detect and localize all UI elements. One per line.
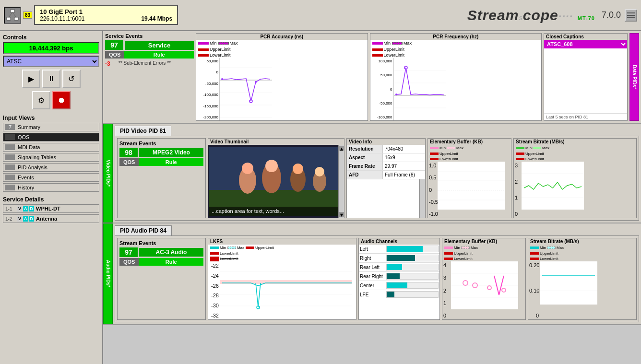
channel-lfe: LFE [359, 290, 439, 299]
cc-note: Last 5 secs on PID 81 [544, 113, 627, 120]
video-info-afd-row: AFD Full Frame (8) [347, 171, 425, 179]
sidebar-item-mdi[interactable]: MDI Data [3, 143, 99, 152]
port-speed: 19.44 Mbps [141, 15, 172, 22]
audio-pids-tab[interactable]: Audio PIDs* [103, 223, 113, 324]
hamburger-icon [627, 12, 635, 18]
audio-bitrate-svg [540, 261, 597, 305]
service-details-title: Service Details [3, 196, 99, 203]
svg-rect-47 [220, 280, 352, 284]
svg-text:...caption area for text, word: ...caption area for text, words... [212, 208, 284, 214]
top-section: Service Events 97 Service QOS Rule -3 **… [103, 31, 641, 124]
network-icon [6, 9, 19, 22]
svg-line-4 [12, 12, 16, 17]
channel-rear-left: Rear Left [359, 263, 439, 272]
video-thumbnail-panel: Video Thumbnail [208, 138, 344, 218]
pcr-accuracy-svg [219, 58, 272, 120]
input-views-title: Input Views [3, 115, 99, 121]
pcr-acc-min-label: Min [210, 41, 217, 46]
channel-left: Left [359, 245, 439, 254]
channel-rear-right: Rear Right [359, 272, 439, 281]
video-buffer-svg [438, 162, 505, 210]
sidebar-item-signaling[interactable]: Signaling Tables [3, 153, 99, 162]
service-detail-antenna[interactable]: 1-2 V A D Antenna [3, 214, 99, 223]
audio-bitrate-panel: Stream Bitrate (MB/s) Min Max [528, 238, 637, 320]
closed-captions-title: Closed Captions [544, 34, 627, 40]
reset-button[interactable]: ↺ [62, 70, 81, 88]
service-events-panel: Service Events 97 Service QOS Rule -3 **… [105, 33, 194, 121]
pcr-acc-max-color [218, 42, 229, 45]
pcr-freq-min-color [372, 42, 383, 45]
service-events-title: Service Events [105, 33, 194, 39]
svg-point-16 [255, 81, 257, 83]
pcr-acc-max-label: Max [230, 41, 238, 46]
cc-select[interactable]: ATSC_608 [544, 40, 627, 48]
svg-point-29 [265, 160, 278, 172]
video-info-panel: Video Info Resolution 704x480 Aspect 16x… [346, 138, 426, 218]
svg-point-15 [221, 78, 223, 80]
pcr-acc-lower-color [198, 54, 209, 57]
video-info-title: Video Info [347, 139, 425, 145]
pcr-freq-upper-color [372, 48, 383, 51]
pcr-freq-lower-color [372, 54, 383, 57]
channel-right: Right [359, 254, 439, 263]
lkfs-title: LKFS [208, 238, 356, 245]
video-bitrate-title: Stream Bitrate (MB/s) [514, 139, 636, 145]
header: 83 10 GigE Port 1 226.10.11.1:6001 19.44… [0, 0, 641, 31]
record-button[interactable]: ⏺ [52, 91, 71, 109]
lkfs-panel: LKFS Min Max [208, 238, 356, 320]
pcr-frequency-panel: PCR Frequency (hz) Min Max UpperLimit [370, 33, 542, 121]
sidebar-item-history[interactable]: History [3, 183, 99, 192]
pcr-acc-lower-label: LowerLimit [210, 53, 231, 58]
pcr-freq-max-label: Max [404, 41, 412, 46]
audio-bitrate-title: Stream Bitrate (MB/s) [528, 238, 636, 245]
svg-point-52 [463, 281, 468, 285]
svg-rect-6 [627, 15, 635, 16]
svg-rect-7 [627, 17, 635, 18]
audio-buffer-svg [451, 261, 518, 309]
controls-row-1: ▶ ⏸ ↺ [3, 70, 99, 88]
svg-rect-1 [7, 17, 11, 20]
sidebar-item-qos[interactable]: QOS [3, 133, 99, 141]
video-pids-tab[interactable]: Video PIDs* [103, 124, 113, 223]
video-stream-events-title: Stream Events [119, 141, 203, 146]
video-thumbnail-title: Video Thumbnail [208, 139, 344, 145]
video-codec-label: MPEG2 Video [139, 148, 203, 157]
thumbnail-svg: ...caption area for text, words... [209, 147, 344, 216]
menu-button[interactable] [625, 9, 637, 22]
video-stream-events-panel: Stream Events 98 MPEG2 Video QOS Rule [117, 138, 206, 218]
service-label: Service [125, 41, 194, 50]
audio-buffer-panel: Elementary Buffer (KB) Min Max [442, 238, 526, 320]
pause-button[interactable]: ⏸ [42, 70, 60, 88]
svg-point-23 [395, 94, 397, 95]
service-detail-wphl[interactable]: 1-1 V A D WPHL-DT [3, 204, 99, 213]
settings-button[interactable]: ⚙ [32, 91, 50, 109]
pcr-frequency-chart: 100,000 50,000 0 -50,000 -100,000 [370, 58, 542, 120]
pcr-acc-min-color [198, 42, 209, 45]
protocol-select[interactable]: ATSC [3, 56, 99, 67]
video-buffer-panel: Elementary Buffer (KB) Min Max [427, 138, 511, 218]
port-address: 226.10.11.1:6001 [40, 15, 84, 22]
sidebar-item-summary[interactable]: 7 Summary [3, 123, 99, 131]
version-number: 7.0.0 [602, 10, 621, 20]
audio-channels-title: Audio Channels [359, 238, 439, 245]
pcr-acc-upper-label: UpperLimit [210, 47, 231, 52]
audio-pid-header: PID Audio PID 84 [115, 225, 172, 235]
pcr-freq-upper-label: UpperLimit [384, 47, 405, 52]
pcr-freq-max-color [392, 42, 403, 45]
yellow-indicator: 83 [23, 12, 32, 19]
video-qos-badge: QOS [119, 158, 139, 166]
bps-display: 19,444,392 bps [3, 42, 99, 54]
svg-rect-2 [14, 17, 18, 20]
sidebar-item-events[interactable]: Events [3, 173, 99, 182]
audio-bitrate-chart: 0.200.100 [528, 261, 636, 319]
video-buffer-title: Elementary Buffer (KB) [428, 139, 511, 145]
data-pids-tab[interactable]: Data PIDs* [629, 33, 639, 121]
play-button[interactable]: ▶ [22, 70, 40, 88]
svg-point-31 [293, 164, 303, 174]
port-name: 10 GigE Port 1 [40, 8, 172, 15]
pcr-freq-lower-label: LowerLimit [384, 53, 405, 58]
sidebar-item-pid-analysis[interactable]: PID Analysis [3, 163, 99, 172]
pcr-acc-upper-color [198, 48, 209, 51]
audio-score: 97 [119, 247, 138, 257]
video-bitrate-svg [522, 162, 584, 210]
